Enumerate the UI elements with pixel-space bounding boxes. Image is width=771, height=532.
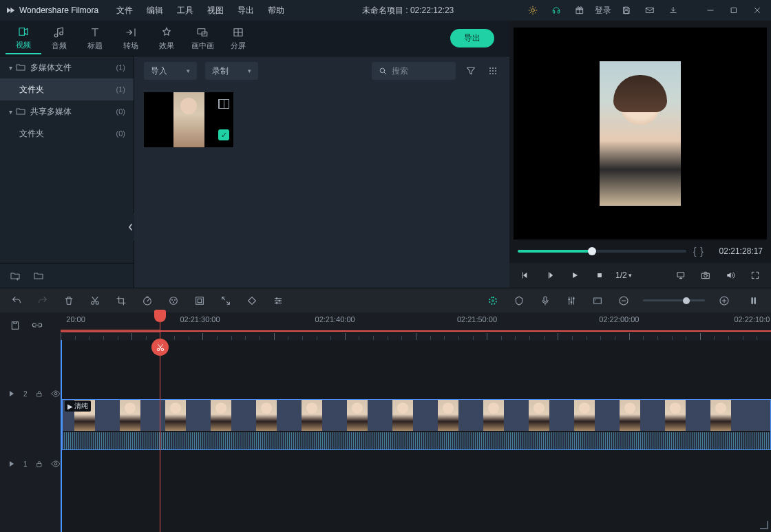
- export-button[interactable]: 导出: [450, 29, 494, 47]
- zoom-in-icon[interactable]: [717, 294, 731, 308]
- search-input[interactable]: [392, 66, 447, 76]
- delete-icon[interactable]: [62, 294, 76, 308]
- tab-video[interactable]: 视频: [6, 23, 41, 54]
- eye-icon[interactable]: [51, 459, 61, 469]
- tab-transition[interactable]: 转场: [113, 23, 149, 54]
- svg-rect-20: [677, 273, 684, 277]
- zoom-slider[interactable]: [643, 299, 705, 301]
- eye-icon[interactable]: [51, 389, 61, 398]
- preview-canvas[interactable]: [514, 28, 767, 240]
- svg-point-27: [171, 299, 173, 300]
- library-panel: 视频 音频 标题 转场 效果 画中画 分屏 导出 ▾ 多媒体文件 (1) 文件夹…: [0, 21, 509, 288]
- volume-icon[interactable]: [721, 266, 739, 284]
- menu-tools[interactable]: 工具: [170, 0, 200, 21]
- svg-point-32: [276, 297, 278, 299]
- timeline-panel: 20:00 02:21:30:00 02:21:40:00 02:21:50:0…: [0, 312, 771, 532]
- step-back-icon[interactable]: [541, 266, 559, 284]
- greenscreen-icon[interactable]: [193, 294, 207, 308]
- svg-rect-3: [625, 11, 629, 14]
- media-clip-thumb[interactable]: ✓: [144, 92, 233, 147]
- svg-rect-31: [198, 299, 201, 302]
- preview-seek-slider[interactable]: [518, 250, 686, 253]
- minimize-icon[interactable]: [702, 2, 719, 19]
- tab-audio[interactable]: 音频: [41, 23, 77, 54]
- tab-effect[interactable]: 效果: [149, 23, 184, 54]
- audio-track-clip[interactable]: [62, 432, 771, 450]
- download-icon[interactable]: [665, 2, 682, 19]
- tab-pip[interactable]: 画中画: [184, 23, 220, 54]
- menu-export[interactable]: 导出: [231, 0, 261, 21]
- cut-icon[interactable]: [88, 294, 102, 308]
- fullscreen-icon[interactable]: [746, 266, 764, 284]
- svg-point-18: [495, 73, 496, 74]
- timeline-home-icon[interactable]: [10, 320, 22, 332]
- audio-mixer-icon[interactable]: [564, 294, 578, 308]
- tree-media[interactable]: ▾ 多媒体文件 (1): [0, 56, 134, 78]
- video-track-clip[interactable]: ▶清纯: [62, 399, 771, 431]
- monitor-icon[interactable]: [672, 266, 690, 284]
- mail-icon[interactable]: [642, 2, 658, 19]
- tree-folder-1[interactable]: 文件夹 (1): [0, 78, 134, 100]
- headset-icon[interactable]: [548, 2, 564, 19]
- playhead[interactable]: [160, 312, 160, 532]
- aspect-icon[interactable]: [591, 294, 604, 308]
- resize-corner-icon[interactable]: [756, 517, 768, 529]
- undo-icon[interactable]: [10, 294, 23, 308]
- timeline-tracks: 2 1 ▶清纯: [0, 340, 771, 532]
- keyframe-icon[interactable]: [245, 294, 259, 308]
- save-icon[interactable]: [618, 2, 635, 19]
- tab-title[interactable]: 标题: [77, 23, 113, 54]
- menu-file[interactable]: 文件: [109, 0, 140, 21]
- close-icon[interactable]: [749, 2, 765, 19]
- filter-icon[interactable]: [464, 65, 478, 76]
- zoom-out-icon[interactable]: [617, 294, 631, 308]
- playhead-handle[interactable]: [154, 310, 166, 322]
- menu-help[interactable]: 帮助: [261, 0, 291, 21]
- tracks-body[interactable]: ▶清纯: [61, 340, 771, 532]
- redo-icon[interactable]: [36, 294, 50, 308]
- tree-shared[interactable]: ▾ 共享多媒体 (0): [0, 100, 134, 123]
- record-dropdown[interactable]: 录制▾: [205, 62, 258, 80]
- crop-icon[interactable]: [114, 294, 128, 308]
- timeline-ruler-row: 20:00 02:21:30:00 02:21:40:00 02:21:50:0…: [0, 312, 771, 340]
- login-text[interactable]: 登录: [595, 2, 611, 19]
- folder-icon: [15, 106, 26, 117]
- marker-icon[interactable]: [512, 294, 526, 308]
- timeline-link-icon[interactable]: [32, 320, 44, 332]
- lock-icon[interactable]: [34, 390, 44, 398]
- tab-split-label: 分屏: [231, 41, 246, 51]
- maximize-icon[interactable]: [726, 2, 742, 19]
- open-folder-icon[interactable]: [33, 270, 44, 281]
- folder-icon: [15, 62, 26, 73]
- settings-icon[interactable]: [271, 294, 285, 308]
- in-out-brackets[interactable]: {}: [693, 246, 704, 257]
- play-icon[interactable]: [566, 266, 584, 284]
- speed-dropdown[interactable]: 1/2▾: [615, 270, 632, 280]
- prev-frame-icon[interactable]: [516, 266, 534, 284]
- lock-icon[interactable]: [34, 460, 44, 468]
- grid-view-icon[interactable]: [486, 65, 500, 76]
- import-dropdown[interactable]: 导入▾: [144, 62, 197, 80]
- new-folder-icon[interactable]: [10, 270, 21, 281]
- clip-preview-image: [173, 92, 204, 147]
- menu-view[interactable]: 视图: [200, 0, 231, 21]
- svg-point-26: [170, 297, 178, 304]
- tree-folder-2[interactable]: 文件夹 (0): [0, 123, 134, 145]
- track-1-header[interactable]: 1: [0, 450, 61, 478]
- search-box[interactable]: [372, 62, 456, 80]
- voiceover-icon[interactable]: [538, 294, 552, 308]
- stop-icon[interactable]: [591, 266, 609, 284]
- sun-icon[interactable]: [525, 2, 541, 19]
- speed-icon[interactable]: [140, 294, 154, 308]
- tab-split[interactable]: 分屏: [220, 23, 256, 54]
- menu-edit[interactable]: 编辑: [140, 0, 170, 21]
- tree-collapse-handle[interactable]: [127, 213, 134, 241]
- list-view-icon[interactable]: [748, 294, 761, 308]
- render-indicator-icon[interactable]: [486, 294, 500, 308]
- color-icon[interactable]: [167, 294, 180, 308]
- gift-icon[interactable]: [571, 2, 588, 19]
- timeline-ruler[interactable]: 20:00 02:21:30:00 02:21:40:00 02:21:50:0…: [61, 312, 771, 340]
- track-2-header[interactable]: 2: [0, 373, 61, 414]
- expand-icon[interactable]: [219, 294, 233, 308]
- camera-icon[interactable]: [697, 266, 715, 284]
